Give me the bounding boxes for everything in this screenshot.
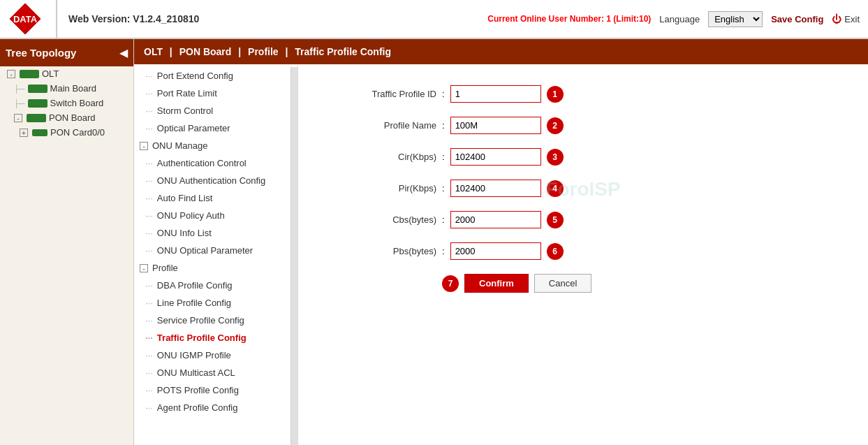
form-area: ForoISP Traffic Profile ID : 1 Profile N… [298, 64, 868, 445]
nav-onu-info[interactable]: ··· ONU Info List [134, 224, 290, 242]
breadcrumb-sep3: | [286, 46, 291, 57]
profile-collapse: - [140, 264, 148, 272]
logo-area: DATA [8, 0, 57, 38]
sidebar: Tree Topology ◀ - OLT ├─ Main Board ├─ S… [0, 39, 134, 445]
nav-dot13: ··· [145, 315, 153, 326]
nav-line-profile[interactable]: ··· Line Profile Config [134, 294, 290, 312]
nav-dot7: ··· [145, 193, 153, 203]
nav-traffic-profile[interactable]: ··· Traffic Profile Config [134, 329, 290, 346]
profile-section-label: Profile [152, 263, 178, 273]
badge-3: 3 [547, 149, 564, 166]
nav-auto-find[interactable]: ··· Auto Find List [134, 189, 290, 207]
sidebar-item-olt[interactable]: - OLT [0, 66, 133, 81]
nav-auth-control[interactable]: ··· Authentication Control [134, 154, 290, 172]
sidebar-header: Tree Topology ◀ [0, 39, 133, 66]
nav-dot6: ··· [145, 175, 153, 186]
ponboard-collapse-icon: - [14, 114, 22, 122]
nav-dot3: ··· [145, 105, 153, 116]
form-row-cir: Cir(Kbps) : 3 [339, 148, 827, 166]
olt-label: OLT [42, 68, 59, 79]
cancel-button[interactable]: Cancel [534, 274, 591, 293]
nav-dot16: ··· [145, 367, 153, 378]
nav-dot11: ··· [145, 280, 153, 291]
colon6: : [442, 246, 445, 256]
form-container: ForoISP Traffic Profile ID : 1 Profile N… [339, 85, 827, 293]
sidebar-item-poncard[interactable]: + PON Card0/0 [0, 125, 133, 140]
nav-onu-policy[interactable]: ··· ONU Policy Auth [134, 207, 290, 224]
content-body: ··· Port Extend Config ··· Port Rate Lim… [134, 64, 868, 445]
nav-optical-param[interactable]: ··· Optical Parameter [134, 119, 290, 137]
nav-dba-profile[interactable]: ··· DBA Profile Config [134, 277, 290, 294]
logo-icon: DATA [8, 2, 42, 36]
nav-onu-optical[interactable]: ··· ONU Optical Parameter [134, 242, 290, 259]
breadcrumb-traffic[interactable]: Traffic Profile Config [295, 46, 391, 57]
onu-manage-collapse: - [140, 142, 148, 150]
nav-dot4: ··· [145, 123, 153, 133]
online-limit: (Limit:10) [613, 14, 651, 24]
nav-dot: ··· [145, 71, 153, 81]
header-right: Current Online User Number: 1 (Limit:10)… [487, 11, 860, 27]
nav-dot12: ··· [145, 298, 153, 308]
input-profile-name[interactable] [450, 117, 541, 134]
label-cbs: Cbs(bytes) [339, 214, 436, 225]
nav-onu-igmp[interactable]: ··· ONU IGMP Profile [134, 346, 290, 364]
nav-storm-control[interactable]: ··· Storm Control [134, 102, 290, 119]
collapse-icon: - [7, 70, 15, 78]
nav-dot10: ··· [145, 245, 153, 256]
sidebar-item-mainboard[interactable]: ├─ Main Board [0, 81, 133, 96]
nav-onu-auth-config[interactable]: ··· ONU Authentication Config [134, 172, 290, 189]
nav-section-onu-manage[interactable]: - ONU Manage [134, 137, 290, 154]
save-config-button[interactable]: Save Config [771, 14, 823, 24]
nav-port-extend[interactable]: ··· Port Extend Config [134, 67, 290, 85]
nav-onu-multicast[interactable]: ··· ONU Multicast ACL [134, 364, 290, 381]
sidebar-item-switchboard[interactable]: ├─ Switch Board [0, 96, 133, 110]
main-layout: Tree Topology ◀ - OLT ├─ Main Board ├─ S… [0, 39, 868, 445]
header: DATA Web Version: V1.2.4_210810 Current … [0, 0, 868, 39]
badge-6: 6 [547, 243, 564, 260]
tree-connector-switch: ├─ [14, 99, 25, 108]
sidebar-toggle-button[interactable]: ◀ [119, 46, 128, 59]
nav-dot2: ··· [145, 88, 153, 99]
svg-text:DATA: DATA [13, 14, 38, 24]
switchboard-icon [28, 99, 47, 108]
colon1: : [442, 89, 445, 99]
nav-section-profile[interactable]: - Profile [134, 259, 290, 277]
label-traffic-id: Traffic Profile ID [339, 89, 436, 99]
nav-service-profile[interactable]: ··· Service Profile Config [134, 312, 290, 329]
confirm-button[interactable]: Confirm [464, 274, 529, 293]
version-text: Web Version: V1.2.4_210810 [68, 13, 487, 24]
poncard-icon [32, 129, 47, 136]
colon2: : [442, 120, 445, 131]
input-cir[interactable] [450, 148, 541, 166]
online-prefix: Current Online User Number: [487, 14, 604, 24]
exit-button[interactable]: ⏻ Exit [832, 13, 860, 24]
input-pbs[interactable] [450, 242, 541, 260]
breadcrumb: OLT | PON Board | Profile | Traffic Prof… [134, 39, 868, 64]
input-cbs[interactable] [450, 211, 541, 228]
nav-port-rate[interactable]: ··· Port Rate Limit [134, 85, 290, 102]
label-cir: Cir(Kbps) [339, 152, 436, 162]
badge-7: 7 [442, 275, 459, 292]
breadcrumb-ponboard[interactable]: PON Board [179, 46, 232, 57]
input-traffic-id[interactable] [450, 85, 541, 103]
language-select[interactable]: English Chinese [708, 11, 763, 27]
sidebar-item-ponboard[interactable]: - PON Board [0, 110, 133, 125]
mainboard-icon [28, 85, 47, 93]
nav-pots-profile[interactable]: ··· POTS Profile Config [134, 381, 290, 399]
sidebar-title: Tree Topology [6, 47, 76, 59]
breadcrumb-sep2: | [238, 46, 244, 57]
exit-label: Exit [844, 14, 860, 24]
breadcrumb-profile[interactable]: Profile [248, 46, 279, 57]
online-info: Current Online User Number: 1 (Limit:10) [487, 14, 651, 24]
label-pbs: Pbs(bytes) [339, 246, 436, 256]
mainboard-label: Main Board [50, 83, 96, 94]
breadcrumb-olt[interactable]: OLT [144, 46, 163, 57]
nav-agent-profile[interactable]: ··· Agent Profile Config [134, 399, 290, 416]
power-icon: ⏻ [832, 13, 841, 24]
button-row: 7 Confirm Cancel [442, 274, 827, 293]
nav-dot5: ··· [145, 158, 153, 168]
onu-manage-label: ONU Manage [152, 140, 207, 151]
nav-dot17: ··· [145, 385, 153, 395]
input-pir[interactable] [450, 180, 541, 197]
form-row-pbs: Pbs(bytes) : 6 [339, 242, 827, 260]
